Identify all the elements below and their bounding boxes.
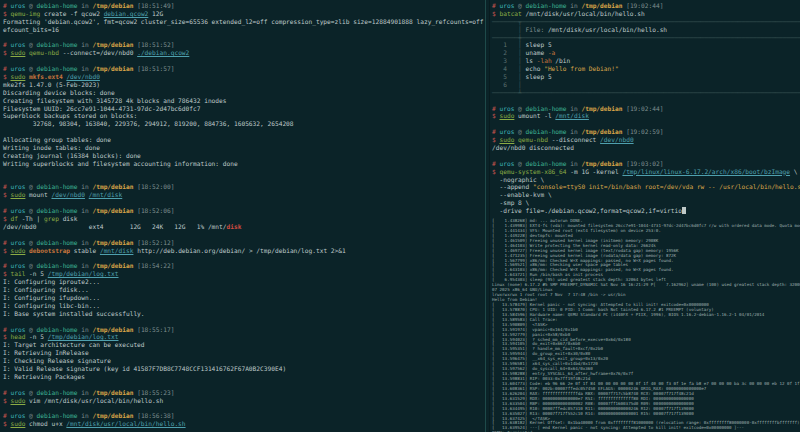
text-segment: 32768, 98304, 163840, 229376, 294912, 81… xyxy=(3,120,294,127)
text-segment: [19:02:44] xyxy=(622,2,663,9)
text-segment: File: xyxy=(526,26,548,33)
text-segment: Filesystem UUID: 26cc7e91-1044-4731-97dc… xyxy=(3,105,200,112)
terminal-line xyxy=(3,34,485,42)
terminal-line: 3 │ ls -lah /bin xyxy=(492,57,800,65)
text-segment: mount xyxy=(25,191,51,198)
text-segment: │ xyxy=(518,41,525,48)
terminal-line: I: Configuring iproute2... xyxy=(3,278,485,286)
terminal-line: mke2fs 1.47.0 (5-Feb-2023) xyxy=(3,81,485,89)
text-segment: umount -l xyxy=(514,112,555,119)
text-segment: │ xyxy=(518,81,525,88)
text-segment: Allocating group tables: done xyxy=(3,136,111,143)
terminal-line: Creating filesystem with 3145728 4k bloc… xyxy=(3,97,485,105)
terminal-line xyxy=(3,255,485,263)
text-segment: stable xyxy=(70,247,100,254)
text-segment: /mnt/disk/usr/local/bin/hello.sh xyxy=(522,10,645,17)
text-segment: /dev/nbd0 xyxy=(51,191,85,198)
terminal-pane-left[interactable]: # uros @ debian-home in /tmp/debian [18:… xyxy=(0,0,485,432)
text-segment: uros xyxy=(499,2,514,9)
text-segment: /dev/nbd0 xyxy=(600,136,634,143)
text-segment: debian-home xyxy=(37,2,78,9)
text-segment: in xyxy=(567,128,582,135)
text-segment: [18:52:12] xyxy=(133,239,174,246)
right-pane-scrollback: # uros @ debian-home in /tmp/debian [19:… xyxy=(492,2,800,215)
text-segment: http://deb.debian.org/debian/ > /tmp/deb… xyxy=(133,247,345,254)
text-segment: I: Configuring iproute2... xyxy=(3,278,100,285)
text-segment: [18:54:22] xyxy=(133,262,174,269)
text-segment: in xyxy=(567,2,582,9)
terminal-line: 5 │ sleep 5 xyxy=(492,73,800,81)
terminal-line: $ sudo mount /dev/nbd0 /mnt/disk xyxy=(3,191,485,199)
text-segment: /tmp/linux/linux-6.17.2/arch/x86/boot/bz… xyxy=(622,168,790,175)
kernel-boot-log: [ 1.438268] md: ... autorun DONE.[ 1.439… xyxy=(492,219,800,432)
text-segment: -n 5 xyxy=(25,333,47,340)
text-segment: sleep 5 xyxy=(526,73,552,80)
terminal-line xyxy=(3,381,485,389)
terminal-line: ───────┬────────────────────────────────… xyxy=(492,18,800,26)
text-segment: [18:52:06] xyxy=(133,207,174,214)
text-segment: [19:02:44] xyxy=(622,105,663,112)
text-segment: debian-home xyxy=(37,262,78,269)
text-segment: [19:03:02] xyxy=(622,160,663,167)
text-segment: @ xyxy=(25,183,36,190)
text-segment: debian-home xyxy=(526,160,567,167)
terminal-line: efcount_bits=16 xyxy=(3,26,485,34)
text-segment: sudo xyxy=(10,247,25,254)
text-segment: [19:02:59] xyxy=(622,128,663,135)
terminal-line: I: Valid Release signature (key id 41587… xyxy=(3,365,485,373)
terminal-line: $ tail -n 5 /tmp/debian/log.txt xyxy=(3,270,485,278)
terminal-pane-right[interactable]: # uros @ debian-home in /tmp/debian [19:… xyxy=(488,0,800,432)
text-segment: debian-home xyxy=(526,128,567,135)
text-segment: sudo xyxy=(499,136,514,143)
text-segment: in xyxy=(78,65,93,72)
text-segment: -m 1G -kernel xyxy=(567,168,623,175)
prompt-line: # uros @ debian-home in /tmp/debian [18:… xyxy=(3,262,485,270)
text-segment: /tmp/debian xyxy=(581,128,622,135)
text-segment: 1 xyxy=(492,41,518,48)
terminal-line: 1 │ sleep 5 xyxy=(492,41,800,49)
text-segment: │ xyxy=(518,57,525,64)
terminal-line: I: Configuring libc-bin... xyxy=(3,302,485,310)
text-segment: debian-home xyxy=(526,105,567,112)
text-segment: debian-home xyxy=(37,326,78,333)
text-segment: in xyxy=(78,412,93,419)
text-segment: in xyxy=(78,183,93,190)
text-segment: ───────┬────────────────────────────────… xyxy=(492,18,800,25)
terminal-line: --enable-kvm \ xyxy=(492,191,800,199)
text-segment: -Th | xyxy=(18,215,44,222)
prompt-line: # uros @ debian-home in /tmp/debian [18:… xyxy=(3,389,485,397)
text-segment: @ xyxy=(25,2,36,9)
text-segment: /tmp/debian xyxy=(92,412,133,419)
text-segment: Writing inode tables: done xyxy=(3,144,100,151)
terminal-line: Formatting 'debian.qcow2', fmt=qcow2 clu… xyxy=(3,18,485,26)
terminal-line: $ batcat /mnt/disk/usr/local/bin/hello.s… xyxy=(492,10,800,18)
text-segment: grep xyxy=(44,215,59,222)
terminal-line: I: Retrieving InRelease xyxy=(3,349,485,357)
terminal-line: │ File: /mnt/disk/usr/local/bin/hello.sh xyxy=(492,26,800,34)
text-segment: /dev/nbd0 ext4 12G 24K 12G 1% /mnt/ xyxy=(3,223,227,230)
prompt-line: # uros @ debian-home in /tmp/debian [18:… xyxy=(3,2,485,10)
prompt-line: # uros @ debian-home in /tmp/debian [19:… xyxy=(492,160,800,168)
text-segment: --append xyxy=(492,183,533,190)
text-segment xyxy=(682,207,686,214)
text-segment: create -f qcow2 xyxy=(40,10,103,17)
text-segment: in xyxy=(567,160,582,167)
text-segment: debian-home xyxy=(37,412,78,419)
text-segment: \ xyxy=(790,168,797,175)
text-segment: uros xyxy=(10,207,25,214)
terminal-line: /dev/nbd0 ext4 12G 24K 12G 1% /mnt/disk xyxy=(3,223,485,231)
text-segment: -a xyxy=(548,49,555,56)
prompt-line: # uros @ debian-home in /tmp/debian [18:… xyxy=(3,326,485,334)
terminal-line: -drive file=./debian.qcow2,format=qcow2,… xyxy=(492,207,800,215)
prompt-line: # uros @ debian-home in /tmp/debian [18:… xyxy=(3,65,485,73)
text-segment: /mnt/disk xyxy=(555,112,589,119)
terminal-window: # uros @ debian-home in /tmp/debian [18:… xyxy=(0,0,800,432)
text-segment: disk xyxy=(59,215,78,222)
terminal-line xyxy=(3,168,485,176)
text-segment: Discarding device blocks: done xyxy=(3,89,115,96)
text-segment: head xyxy=(10,333,25,340)
terminal-line: $ sudo umount -l /mnt/disk xyxy=(492,112,800,120)
text-segment: in xyxy=(78,207,93,214)
text-segment: mke2fs 1.47.0 (5-Feb-2023) xyxy=(3,81,100,88)
text-segment: @ xyxy=(25,412,36,419)
